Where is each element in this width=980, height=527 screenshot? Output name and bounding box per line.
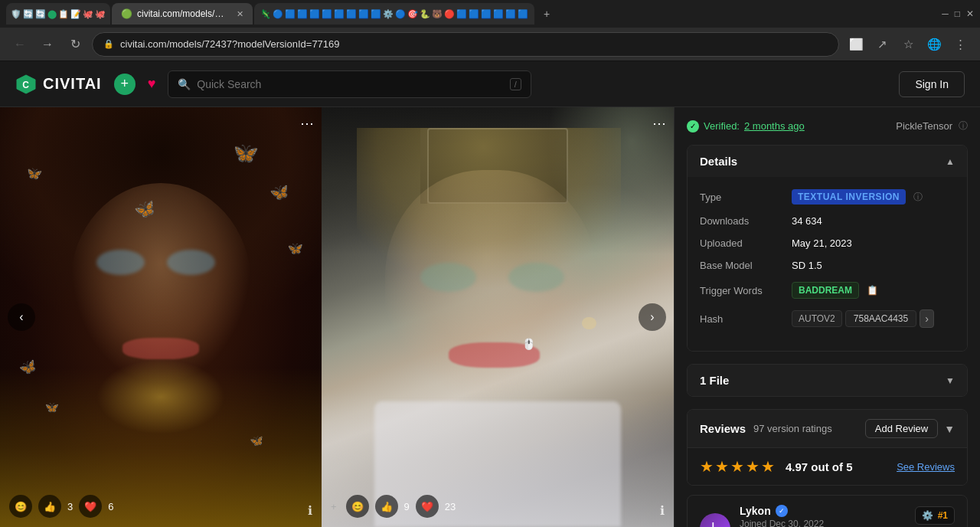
trigger-badge[interactable]: BADDREAM — [792, 282, 859, 299]
verified-row: ✓ Verified: 2 months ago PickleTensor ⓘ — [687, 119, 968, 133]
settings-dots[interactable]: ⋮ — [949, 34, 971, 55]
avatar-initial: L — [711, 520, 719, 527]
trigger-words-label: Trigger Words — [700, 285, 792, 296]
detail-type-row: Type TEXTUAL INVERSION ⓘ — [700, 189, 955, 205]
reviews-count: 97 version ratings — [753, 423, 832, 434]
page: C CIVITAI + ♥ 🔍 / Sign In — [0, 61, 980, 527]
back-btn[interactable]: ← — [9, 34, 31, 55]
gallery-next-btn[interactable]: › — [639, 303, 666, 331]
left-heart-btn[interactable]: ❤️ — [79, 495, 102, 518]
svg-text:C: C — [22, 80, 30, 90]
base-model-value: SD 1.5 — [792, 260, 955, 271]
sign-in-btn[interactable]: Sign In — [899, 71, 965, 97]
search-icon: 🔍 — [178, 78, 191, 90]
left-image-menu-btn[interactable]: ⋯ — [300, 115, 314, 132]
reviews-stars: ★★★★★ — [700, 457, 776, 476]
verified-icon: ✓ — [687, 120, 699, 133]
add-content-btn[interactable]: + — [114, 74, 136, 95]
bookmark-btn[interactable]: ☆ — [897, 34, 919, 55]
details-section-body: Type TEXTUAL INVERSION ⓘ Downloads 34 63… — [688, 177, 967, 351]
tab-favicons-1: 🛡️ 🔄 🔄 ⬤ 📋 📝 🐙 🐙 — [6, 3, 110, 25]
address-text: civitai.com/models/72437?modelVersionId=… — [120, 38, 340, 50]
left-image-actions: 😊 👍 3 ❤️ 6 — [9, 495, 113, 518]
base-model-label: Base Model — [700, 260, 792, 271]
gallery-image-left[interactable]: 🦋 🦋 🦋 🦋 🦋 🦋 🦋 🦋 ⋯ ‹ — [0, 107, 322, 527]
user-info: Lykon ✓ Joined Dec 30, 2022 5.0K ❤️ 198 … — [740, 505, 895, 527]
left-emoji-btn[interactable]: 😊 — [9, 495, 32, 518]
files-section-header[interactable]: 1 File ▼ — [688, 365, 967, 396]
search-input[interactable] — [197, 78, 503, 90]
address-field[interactable]: 🔒 civitai.com/models/72437?modelVersionI… — [92, 32, 839, 57]
image-gallery: 🦋 🦋 🦋 🦋 🦋 🦋 🦋 🦋 ⋯ ‹ — [0, 107, 674, 527]
right-image-info-btn[interactable]: ℹ — [660, 503, 665, 518]
reviews-collapse-icon[interactable]: ▼ — [944, 423, 955, 435]
uploaded-label: Uploaded — [700, 237, 792, 249]
sidebar: ✓ Verified: 2 months ago PickleTensor ⓘ … — [674, 107, 980, 527]
details-section: Details ▲ Type TEXTUAL INVERSION ⓘ Down — [687, 145, 968, 352]
right-heart-btn[interactable]: ❤️ — [416, 495, 439, 518]
user-avatar: L — [700, 513, 730, 528]
tab-controls: ─ □ ✕ — [942, 8, 974, 19]
files-collapse-icon[interactable]: ▼ — [946, 375, 955, 386]
downloads-value: 34 634 — [792, 215, 955, 227]
lock-icon: 🔒 — [103, 39, 114, 49]
files-title: 1 File — [700, 374, 729, 387]
reviews-header: Reviews 97 version ratings Add Review ▼ — [688, 410, 967, 447]
details-collapse-icon[interactable]: ▲ — [946, 156, 955, 167]
detail-trigger-words-row: Trigger Words BADDREAM 📋 — [700, 282, 955, 299]
left-thumbup-btn[interactable]: 👍 — [38, 495, 61, 518]
user-joined: Joined Dec 30, 2022 — [740, 519, 895, 527]
restore-btn[interactable]: □ — [955, 8, 960, 19]
right-add-btn[interactable]: + — [331, 501, 337, 512]
right-image-menu-btn[interactable]: ⋯ — [652, 115, 666, 132]
favorites-btn[interactable]: ♥ — [148, 76, 156, 92]
gallery-prev-btn[interactable]: ‹ — [8, 303, 35, 331]
refresh-btn[interactable]: ↻ — [64, 34, 86, 55]
right-emoji-btn[interactable]: 😊 — [346, 495, 369, 518]
extensions-btn[interactable]: 🌐 — [923, 34, 945, 55]
tab-2[interactable]: 🦎 🔵 🟦 🟦 🟦 🟦 🟦 🟦 🟦 🟦 ⚙️ 🔵 🎯 🐍 🐻 🔴 🟦 🟦 🟦 🟦… — [254, 3, 534, 25]
details-title: Details — [700, 155, 737, 168]
see-reviews-link[interactable]: See Reviews — [897, 461, 955, 473]
user-verified-icon: ✓ — [776, 505, 788, 517]
type-info-icon[interactable]: ⓘ — [913, 191, 923, 204]
detail-hash-row: Hash AUTOV2 758AAC4435 › — [700, 309, 955, 328]
right-thumbup-btn[interactable]: 👍 — [375, 495, 398, 518]
hash-label: Hash — [700, 313, 792, 325]
address-bar-row: ← → ↻ 🔒 civitai.com/models/72437?modelVe… — [0, 28, 980, 61]
tab-close-btn[interactable]: ✕ — [237, 9, 243, 19]
browser-actions: ⬜ ↗ ☆ 🌐 ⋮ — [845, 34, 971, 55]
user-card: L Lykon ✓ Joined Dec 30, 2022 5.0K ❤️ 19… — [687, 495, 968, 527]
creator-info-icon[interactable]: ⓘ — [959, 119, 968, 133]
copy-trigger-icon[interactable]: 📋 — [867, 285, 878, 296]
reviews-section: Reviews 97 version ratings Add Review ▼ … — [687, 409, 968, 486]
rank-gear-icon: ⚙️ — [922, 510, 933, 521]
hash-expand-btn[interactable]: › — [920, 309, 934, 328]
detail-uploaded-row: Uploaded May 21, 2023 — [700, 237, 955, 249]
new-tab-btn[interactable]: + — [536, 3, 557, 25]
tab-bar: 🛡️ 🔄 🔄 ⬤ 📋 📝 🐙 🐙 🟢 civitai.com/models/72… — [0, 0, 980, 28]
logo-icon: C — [15, 74, 37, 95]
gallery-image-right[interactable]: ⋯ › 🖱️ + 😊 👍 9 ❤️ 23 — [322, 107, 674, 527]
close-btn[interactable]: ✕ — [966, 8, 974, 19]
site-header: C CIVITAI + ♥ 🔍 / Sign In — [0, 61, 980, 107]
screen-capture-btn[interactable]: ⬜ — [845, 34, 867, 55]
search-bar[interactable]: 🔍 / — [168, 70, 531, 98]
user-name-row: Lykon ✓ — [740, 505, 895, 517]
tab-civitai[interactable]: 🟢 civitai.com/models/72437... ✕ — [112, 3, 253, 25]
type-badge: TEXTUAL INVERSION — [792, 189, 906, 205]
site-logo[interactable]: C CIVITAI — [15, 74, 102, 95]
share-btn[interactable]: ↗ — [871, 34, 893, 55]
details-section-header[interactable]: Details ▲ — [688, 146, 967, 177]
detail-downloads-row: Downloads 34 634 — [700, 215, 955, 227]
left-thumbup-count: 3 — [67, 501, 73, 512]
verified-time-link[interactable]: 2 months ago — [744, 120, 805, 132]
user-name[interactable]: Lykon — [740, 505, 771, 517]
reviews-rating: ★★★★★ 4.97 out of 5 See Reviews — [688, 447, 967, 485]
left-image-info-btn[interactable]: ℹ — [308, 503, 312, 518]
creator-name[interactable]: PickleTensor — [896, 120, 952, 132]
add-review-btn[interactable]: Add Review — [865, 419, 938, 438]
rank-number: #1 — [938, 510, 948, 521]
minimize-btn[interactable]: ─ — [942, 8, 949, 19]
forward-btn[interactable]: → — [37, 34, 58, 55]
